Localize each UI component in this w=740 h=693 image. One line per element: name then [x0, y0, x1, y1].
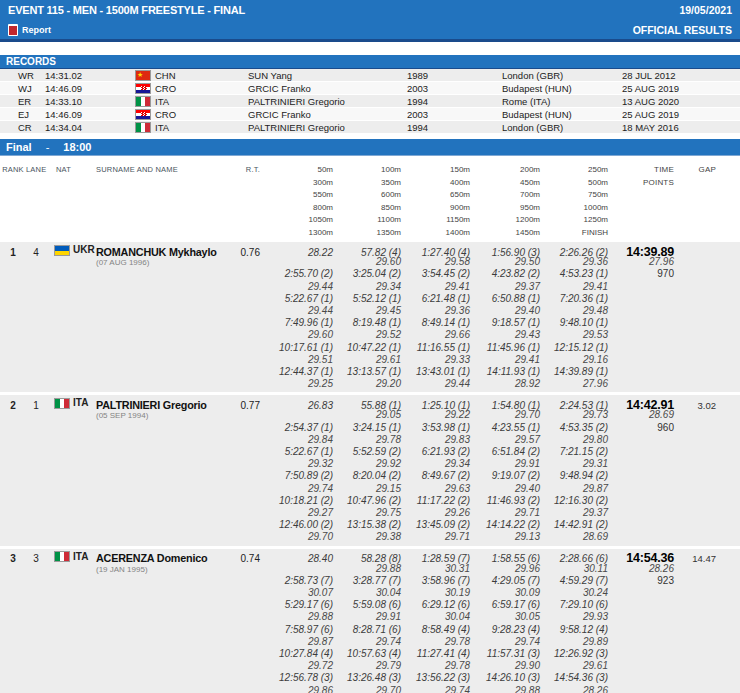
heat-separator: -: [46, 141, 50, 153]
split-time: 11:16.55 (1): [401, 342, 470, 354]
lap-time: 30.19: [401, 587, 470, 599]
record-nat: CRO: [135, 108, 248, 121]
lap-time: 29.57: [470, 434, 540, 446]
split-time: 4:59.29 (7): [540, 575, 608, 587]
distance-label: 400m: [401, 177, 470, 190]
lap-time: 29.87: [260, 636, 333, 648]
distance-label: 200m: [470, 164, 540, 177]
distance-label: 950m: [470, 202, 540, 215]
flag-ita-icon: [54, 551, 70, 562]
record-time: 14:31.02: [45, 69, 135, 82]
athlete-line: 12:44.37 (1)13:13.57 (1)13:43.01 (1)14:1…: [0, 366, 718, 378]
record-row: EJ14:46.09CROGRCIC Franko2003Budapest (H…: [0, 108, 740, 121]
athlete-line: 33ITAACERENZA Domenico0.7428.4058.28 (8)…: [0, 551, 718, 563]
flag-ita-icon: [135, 96, 151, 107]
athlete-birthdate: (05 SEP 1994): [96, 410, 226, 422]
athlete-line: 29.4429.4529.3629.4029.48: [0, 305, 718, 317]
lap-time: 29.05: [333, 409, 401, 421]
athlete-rank: 3: [0, 553, 26, 565]
record-row: CR14:34.04ITAPALTRINIERI Gregorio1994Lon…: [0, 121, 740, 134]
official-results-label: OFFICIAL RESULTS: [633, 24, 732, 36]
header-line: 550m600m650m700m750m: [0, 189, 718, 202]
distance-label: 500m: [540, 177, 608, 190]
col-header-nat: NAT: [46, 164, 96, 177]
distance-label: 700m: [470, 189, 540, 202]
distance-label: 350m: [333, 177, 401, 190]
distance-label: 1450m: [470, 227, 540, 240]
split-time: 13:43.01 (1): [401, 366, 470, 378]
lap-time: 29.92: [333, 458, 401, 470]
split-time: 13:45.09 (2): [401, 519, 470, 531]
lap-time: 29.51: [260, 354, 333, 366]
split-time: 6:29.12 (6): [401, 599, 470, 611]
report-link[interactable]: Report: [8, 24, 51, 36]
distance-label: FINISH: [540, 227, 608, 240]
split-time: 8:20.04 (2): [333, 470, 401, 482]
distance-label: 150m: [401, 164, 470, 177]
header-line: 1050m1100m1150m1200m1250m: [0, 214, 718, 227]
split-time: 7:29.10 (6): [540, 599, 608, 611]
split-time: 8:28.71 (6): [333, 624, 401, 636]
split-time: 4:29.05 (7): [470, 575, 540, 587]
distance-label: 1250m: [540, 214, 608, 227]
lap-time: 29.80: [540, 434, 608, 446]
lap-time: 29.40: [470, 305, 540, 317]
lap-time: 29.26: [401, 507, 470, 519]
split-time: 14:26.10 (3): [470, 672, 540, 684]
record-nat: ITA: [135, 95, 248, 108]
athlete-line: 29.8429.7829.8329.5729.80: [0, 434, 718, 446]
athlete-gap: 3.02: [674, 400, 718, 412]
athlete-line: 2:58.73 (7)3:28.77 (7)3:58.96 (7)4:29.05…: [0, 575, 718, 587]
col-header-lane: LANE: [26, 164, 46, 177]
col-header-rank: RANK: [0, 164, 26, 177]
lap-time: 29.25: [260, 378, 333, 390]
lap-time: 29.34: [333, 281, 401, 293]
header-line: 1300m1350m1400m1450mFINISH: [0, 227, 718, 240]
result-row-athlete: 33ITAACERENZA Domenico0.7428.4058.28 (8)…: [0, 549, 740, 693]
athlete-line: 29.6029.5229.6629.4329.53: [0, 329, 718, 341]
split-time: 13:26.48 (3): [333, 672, 401, 684]
event-header: EVENT 115 - MEN - 1500M FREESTYLE - FINA…: [0, 0, 740, 42]
flag-cro-icon: [135, 83, 151, 94]
lap-time: 29.84: [260, 434, 333, 446]
lap-time: 29.74: [470, 636, 540, 648]
athlete-line: 29.8629.7029.7429.8828.26: [0, 685, 718, 693]
header-line: 300m350m400m450m500mPOINTS: [0, 177, 718, 190]
lap-time: 29.89: [540, 636, 608, 648]
split-time: 3:25.04 (2): [333, 268, 401, 280]
athlete-line: 7:49.96 (1)8:19.48 (1)8:49.14 (1)9:18.57…: [0, 317, 718, 329]
athlete-nat: UKR: [46, 244, 96, 256]
split-time: 12:46.00 (2): [260, 519, 333, 531]
athlete-line: 5:22.67 (1)5:52.12 (1)6:21.48 (1)6:50.88…: [0, 293, 718, 305]
split-time: 5:29.17 (6): [260, 599, 333, 611]
lap-time: 29.91: [333, 611, 401, 623]
lap-time: 29.88: [470, 685, 540, 693]
record-holder-year: 1989: [407, 69, 502, 82]
record-row: WR14:31.02CHNSUN Yang1989London (GBR)28 …: [0, 69, 740, 82]
flag-ukr-icon: [54, 245, 70, 256]
distance-label: 800m: [260, 202, 333, 215]
lap-time: 30.09: [470, 587, 540, 599]
distance-label: 750m: [540, 189, 608, 202]
heat-name: Final: [6, 141, 32, 153]
athlete-line: (19 JAN 1995)29.8830.3129.9630.1128.26: [0, 563, 718, 575]
athlete-line: 12:46.00 (2)13:15.38 (2)13:45.09 (2)14:1…: [0, 519, 718, 531]
split-time: 10:47.22 (1): [333, 342, 401, 354]
lap-time: 29.91: [470, 458, 540, 470]
lap-time: 29.32: [260, 458, 333, 470]
lap-time: 29.83: [401, 434, 470, 446]
record-location: Budapest (HUN): [502, 82, 622, 95]
lap-time: 29.36: [540, 256, 608, 268]
lap-time: 29.40: [470, 483, 540, 495]
split-time: 11:17.22 (2): [401, 495, 470, 507]
athlete-line: 29.7429.1529.6329.4029.87: [0, 483, 718, 495]
split-time: 13:13.57 (1): [333, 366, 401, 378]
split-time: 6:59.17 (6): [470, 599, 540, 611]
split-time: 5:22.67 (1): [260, 446, 333, 458]
lap-time: 30.11: [540, 563, 608, 575]
athlete-nat-code: UKR: [73, 244, 95, 256]
lap-time: 29.16: [540, 354, 608, 366]
split-time: 7:50.89 (2): [260, 470, 333, 482]
athlete-line: 29.7229.7929.7829.9029.61: [0, 660, 718, 672]
athlete-line: (05 SEP 1994)29.0529.2229.7029.7328.69: [0, 409, 718, 421]
